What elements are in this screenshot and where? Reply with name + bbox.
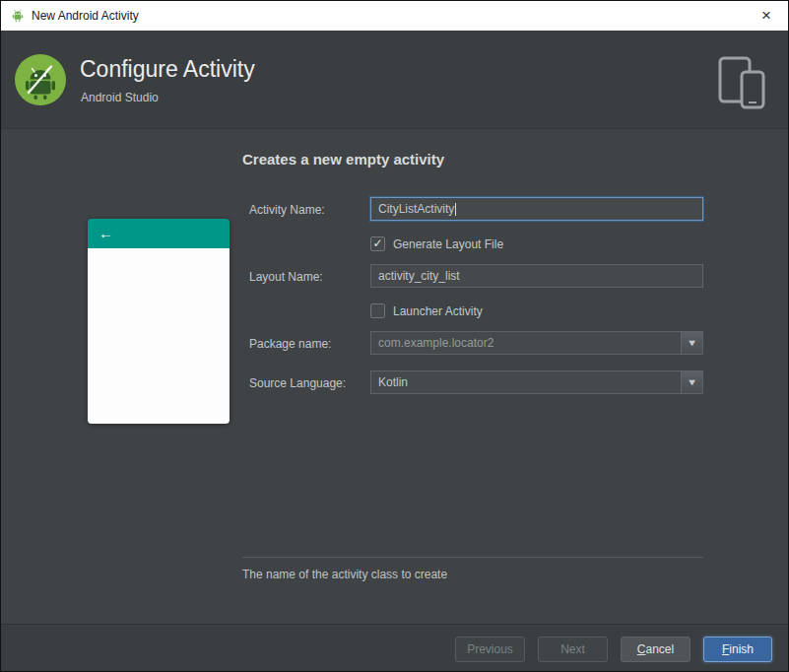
close-button[interactable]: × xyxy=(745,1,788,31)
dropdown-arrow-icon: ▼ xyxy=(687,377,697,387)
button-bar: Previous Next Cancel Finish xyxy=(1,624,788,671)
launcher-activity-label[interactable]: Launcher Activity xyxy=(393,304,483,318)
layout-name-label: Layout Name: xyxy=(249,270,323,284)
next-button[interactable]: Next xyxy=(538,637,608,662)
preview-appbar: ← xyxy=(88,219,230,248)
launcher-activity-checkbox[interactable] xyxy=(370,303,385,318)
cancel-button[interactable]: Cancel xyxy=(621,637,690,662)
divider xyxy=(242,557,703,558)
check-icon: ✓ xyxy=(372,236,382,250)
package-name-dropdown-button[interactable]: ▼ xyxy=(681,332,702,354)
previous-button[interactable]: Previous xyxy=(455,637,525,662)
android-icon xyxy=(10,8,26,24)
layout-name-value: activity_city_list xyxy=(378,269,460,283)
generate-layout-checkbox[interactable]: ✓ xyxy=(370,236,385,251)
source-language-value: Kotlin xyxy=(378,375,408,389)
title-bar: New Android Activity × xyxy=(1,1,788,31)
wizard-header: Configure Activity Android Studio xyxy=(1,31,788,129)
wizard-subtitle: Android Studio xyxy=(81,91,159,104)
android-studio-logo xyxy=(15,54,66,105)
wizard-title: Configure Activity xyxy=(80,56,255,83)
close-icon: × xyxy=(761,6,771,26)
package-name-value: com.example.locator2 xyxy=(378,336,493,350)
source-language-select[interactable]: Kotlin ▼ xyxy=(370,370,703,394)
source-language-label: Source Language: xyxy=(249,376,346,390)
finish-button[interactable]: Finish xyxy=(703,637,772,662)
new-android-activity-dialog: New Android Activity × Configure Activ xyxy=(0,0,789,672)
wizard-content: Creates a new empty activity ← Activity … xyxy=(1,129,788,624)
package-name-combobox[interactable]: com.example.locator2 ▼ xyxy=(370,331,703,355)
activity-name-label: Activity Name: xyxy=(249,203,325,217)
generate-layout-label[interactable]: Generate Layout File xyxy=(393,237,503,251)
preview-body xyxy=(88,248,230,424)
package-name-label: Package name: xyxy=(249,337,331,351)
activity-name-value: CityListActivity xyxy=(378,202,454,216)
step-description: Creates a new empty activity xyxy=(242,151,444,168)
text-caret xyxy=(455,203,456,216)
dropdown-arrow-icon: ▼ xyxy=(687,338,697,348)
window-title: New Android Activity xyxy=(32,1,139,31)
activity-name-input[interactable]: CityListActivity xyxy=(370,197,703,221)
help-text: The name of the activity class to create xyxy=(242,568,447,581)
activity-preview: ← xyxy=(88,219,230,424)
device-preview-icon xyxy=(717,55,766,114)
back-arrow-icon: ← xyxy=(99,225,113,241)
source-language-dropdown-button[interactable]: ▼ xyxy=(681,371,702,393)
layout-name-input[interactable]: activity_city_list xyxy=(370,264,703,288)
